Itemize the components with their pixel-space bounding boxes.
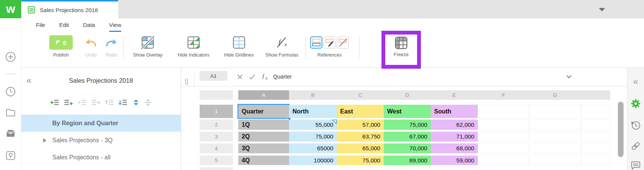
reference-remove-button[interactable] bbox=[337, 36, 349, 49]
cell-G5[interactable] bbox=[529, 156, 581, 165]
cell-reference-box[interactable]: A1 bbox=[200, 71, 227, 81]
menu-view[interactable]: View bbox=[109, 18, 121, 32]
cell-F2[interactable] bbox=[478, 120, 529, 130]
settings-gear-icon[interactable] bbox=[630, 98, 641, 109]
column-header[interactable]: A bbox=[238, 90, 289, 100]
hide-gridlines-button[interactable]: Hide Gridlines bbox=[220, 34, 258, 58]
cell-E1[interactable]: South bbox=[431, 105, 478, 118]
cell-partial[interactable] bbox=[581, 143, 610, 153]
indent-sheet-button[interactable] bbox=[91, 99, 100, 106]
tab-menu-caret-icon[interactable] bbox=[599, 8, 605, 11]
column-header[interactable]: C bbox=[337, 90, 384, 100]
show-overlay-button[interactable]: Show Overlay bbox=[129, 34, 167, 58]
cell-B2[interactable]: 55,000 bbox=[289, 120, 337, 130]
workiva-logo[interactable]: w bbox=[0, 0, 21, 18]
cell-A5[interactable]: 4Q bbox=[238, 156, 289, 165]
sheet-item-sales-projections-all[interactable]: Sales Projections - all bbox=[21, 149, 181, 166]
cell-B1[interactable]: North bbox=[289, 105, 337, 118]
document-tab[interactable]: Sales Projections 2018 bbox=[21, 0, 118, 18]
cell-C4[interactable]: 65,000 bbox=[337, 143, 384, 153]
reference-source-button[interactable] bbox=[310, 36, 322, 49]
cell-A4[interactable]: 3Q bbox=[238, 143, 289, 153]
cell-D2[interactable]: 75,000 bbox=[384, 120, 431, 130]
row-header[interactable]: 1 bbox=[200, 105, 233, 118]
expand-all-button[interactable] bbox=[132, 99, 140, 106]
cell-partial[interactable] bbox=[581, 120, 610, 130]
cell-D3[interactable]: 67,000 bbox=[384, 132, 431, 142]
cell-E2[interactable]: 62,000 bbox=[431, 120, 478, 130]
insert-function-button[interactable]: ƒ x bbox=[261, 72, 269, 80]
menu-file[interactable]: File bbox=[36, 18, 45, 32]
column-header[interactable]: D bbox=[384, 90, 431, 100]
reference-edit-button[interactable] bbox=[324, 36, 336, 49]
files-button[interactable] bbox=[5, 108, 16, 116]
cell-A2[interactable]: 1Q bbox=[238, 120, 289, 130]
publish-button[interactable]: 0 Publish bbox=[48, 34, 73, 58]
undo-button[interactable]: Undo bbox=[81, 34, 101, 58]
collapse-right-panel-icon[interactable]: « bbox=[633, 77, 638, 86]
history-icon[interactable] bbox=[630, 120, 641, 131]
cell-F3[interactable] bbox=[478, 132, 529, 142]
add-child-sheet-button[interactable] bbox=[64, 99, 73, 106]
formula-bar-expand-icon[interactable] bbox=[566, 75, 572, 79]
cell-G4[interactable] bbox=[529, 143, 581, 153]
cell-F4[interactable] bbox=[478, 143, 529, 153]
cell-E5[interactable]: 59,000 bbox=[431, 156, 478, 165]
cell-G1[interactable] bbox=[529, 105, 581, 118]
row-header[interactable]: 5 bbox=[200, 156, 233, 165]
add-sheet-button[interactable] bbox=[50, 99, 59, 106]
cell-D4[interactable]: 70,000 bbox=[384, 143, 431, 153]
cell-G2[interactable] bbox=[529, 120, 581, 130]
column-header[interactable]: E bbox=[431, 90, 478, 100]
row-header[interactable]: 3 bbox=[200, 132, 233, 142]
column-header-partial[interactable] bbox=[581, 90, 610, 100]
column-header[interactable]: F bbox=[478, 90, 529, 100]
outdent-sheet-button[interactable] bbox=[78, 99, 87, 106]
cell-partial[interactable] bbox=[581, 105, 610, 118]
move-sheet-up-button[interactable] bbox=[105, 99, 114, 106]
cell-partial[interactable] bbox=[581, 132, 610, 142]
cell-B4[interactable]: 65000 bbox=[289, 143, 337, 153]
column-header[interactable]: G bbox=[529, 90, 581, 100]
comments-icon[interactable] bbox=[630, 161, 641, 170]
cell-C5[interactable]: 75,000 bbox=[337, 156, 384, 165]
recents-button[interactable] bbox=[5, 87, 16, 97]
sheet-item-by-region-and-quarter[interactable]: By Region and Quarter bbox=[21, 115, 181, 132]
cell-D5[interactable]: 89,000 bbox=[384, 156, 431, 165]
cell-B5[interactable]: 100000 bbox=[289, 156, 337, 165]
row-header[interactable]: 4 bbox=[200, 143, 233, 153]
confirm-entry-button[interactable] bbox=[249, 74, 255, 80]
cell-F1[interactable] bbox=[478, 105, 529, 118]
cell-F5[interactable] bbox=[478, 156, 529, 165]
cell-C1[interactable]: East bbox=[337, 105, 384, 118]
vertical-scrollbar[interactable] bbox=[618, 102, 624, 157]
move-sheet-down-button[interactable] bbox=[119, 99, 128, 106]
tips-button[interactable] bbox=[5, 151, 16, 161]
sheet-item-sales-projections-3q[interactable]: Sales Projections - 3Q bbox=[21, 132, 181, 149]
collapse-all-button[interactable] bbox=[144, 99, 152, 106]
link-icon[interactable] bbox=[630, 141, 641, 151]
panel-resize-handle[interactable] bbox=[185, 79, 188, 85]
column-header[interactable]: B bbox=[289, 90, 337, 100]
cell-C3[interactable]: 63,750 bbox=[337, 132, 384, 142]
menu-data[interactable]: Data bbox=[83, 18, 95, 32]
hide-indicators-button[interactable]: Hide Indicators bbox=[174, 34, 214, 58]
cell-E4[interactable]: 68,000 bbox=[431, 143, 478, 153]
cell-G3[interactable] bbox=[529, 132, 581, 142]
cell-A3[interactable]: 2Q bbox=[238, 132, 289, 142]
drawer-button[interactable] bbox=[5, 129, 16, 137]
cell-A1[interactable]: Quarter bbox=[238, 105, 289, 118]
cell-partial[interactable] bbox=[581, 156, 610, 165]
menu-edit[interactable]: Edit bbox=[59, 18, 69, 32]
select-all-corner[interactable] bbox=[200, 90, 233, 100]
cancel-entry-button[interactable] bbox=[237, 74, 243, 80]
redo-button[interactable]: Redo bbox=[102, 34, 121, 58]
show-formulas-button[interactable]: ƒ × Show Formulas bbox=[262, 34, 302, 58]
row-header[interactable]: 2 bbox=[200, 120, 233, 130]
formula-input[interactable]: Quarter bbox=[273, 74, 292, 80]
cell-C2[interactable]: 57,000 bbox=[337, 120, 384, 130]
cell-E3[interactable]: 71,000 bbox=[431, 132, 478, 142]
cell-B3[interactable]: 75,000 bbox=[289, 132, 337, 142]
freeze-button[interactable]: Freeze bbox=[385, 35, 417, 57]
expand-caret-icon[interactable] bbox=[43, 138, 46, 143]
